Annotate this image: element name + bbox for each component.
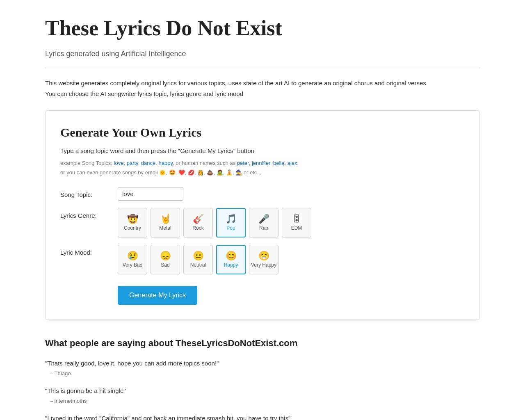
pop-icon: 🎵 [226,215,237,224]
intro-line1: This website generates completely origin… [45,80,426,87]
lyrics-genre-row: Lyrics Genre: 🤠 Country 🤘 Metal 🎸 Rock 🎵… [60,208,465,237]
intro-line2: You can choose the AI songwriter lyrics … [45,90,243,97]
testimonial-2-author: – internetmoths [50,397,480,405]
generator-box: Generate Your Own Lyrics Type a song top… [45,110,480,320]
testimonial-1-quote: "Thats really good, love it, hope you ca… [45,359,480,368]
mood-very-happy-label: Very Happy [251,262,276,268]
example-topics-text: example Song Topics: love, party, dance,… [60,158,465,178]
example-emoji-text: or you can even generate songs by emoji … [60,169,261,176]
example-dance[interactable]: dance [141,160,155,166]
genre-metal-label: Metal [159,225,171,231]
mood-very-bad[interactable]: 😢 Very Bad [118,245,147,274]
testimonial-1: "Thats really good, love it, hope you ca… [45,359,480,377]
song-topic-label: Song Topic: [60,187,118,200]
testimonial-2-quote: "This is gonna be a hit single" [45,386,480,396]
intro-text: This website generates completely origin… [45,78,480,99]
testimonials-title: What people are saying about TheseLyrics… [45,336,480,350]
generator-instructions: Type a song topic word and then press th… [60,146,465,156]
generate-button[interactable]: Generate My Lyrics [118,286,197,305]
song-topic-input[interactable] [118,187,183,201]
example-love[interactable]: love [114,160,124,166]
sad-icon: 😞 [160,251,171,260]
example-prefix: example Song Topics: [60,160,112,166]
example-party[interactable]: party [127,160,138,166]
mood-happy[interactable]: 😊 Happy [216,245,246,274]
site-subtitle: Lyrics generated using Artificial Intell… [45,48,480,59]
neutral-icon: 😐 [193,251,204,260]
very-happy-icon: 😁 [258,251,269,260]
header-divider [45,68,480,68]
mood-very-happy[interactable]: 😁 Very Happy [249,245,278,274]
mood-options: 😢 Very Bad 😞 Sad 😐 Neutral 😊 Happy 😁 [118,245,278,274]
rock-icon: 🎸 [193,215,204,224]
testimonial-2: "This is gonna be a hit single" – intern… [45,386,480,405]
genre-metal[interactable]: 🤘 Metal [151,208,180,237]
mood-neutral-label: Neutral [190,262,206,268]
genre-options: 🤠 Country 🤘 Metal 🎸 Rock 🎵 Pop 🎤 [118,208,311,237]
example-happy[interactable]: happy [159,160,173,166]
genre-edm-label: EDM [291,225,302,231]
example-jennifier[interactable]: jennifier [252,160,270,166]
mood-happy-label: Happy [224,262,238,268]
lyric-mood-label: Lyric Mood: [60,245,118,258]
mood-very-bad-label: Very Bad [123,262,143,268]
genre-rap[interactable]: 🎤 Rap [249,208,278,237]
genre-edm[interactable]: 🎛 EDM [282,208,311,237]
example-alex[interactable]: alex [288,160,297,166]
genre-rock[interactable]: 🎸 Rock [183,208,213,237]
happy-icon: 😊 [226,251,237,260]
generator-title: Generate Your Own Lyrics [60,123,465,142]
song-topic-row: Song Topic: [60,187,465,201]
genre-pop-label: Pop [226,225,235,231]
country-icon: 🤠 [127,215,138,224]
lyric-mood-row: Lyric Mood: 😢 Very Bad 😞 Sad 😐 Neutral 😊… [60,245,465,274]
genre-pop[interactable]: 🎵 Pop [216,208,246,237]
site-title: These Lyrics Do Not Exist [45,12,480,44]
testimonial-3-quote: "I typed in the word "California" and go… [45,414,480,420]
rap-icon: 🎤 [258,215,269,224]
testimonials-section: What people are saying about TheseLyrics… [45,336,480,420]
example-peter[interactable]: peter [237,160,249,166]
metal-icon: 🤘 [160,215,171,224]
mood-sad[interactable]: 😞 Sad [151,245,180,274]
genre-country-label: Country [124,225,141,231]
mood-sad-label: Sad [161,262,169,268]
page-container: These Lyrics Do Not Exist Lyrics generat… [37,0,488,420]
very-bad-icon: 😢 [127,251,138,260]
genre-rock-label: Rock [192,225,203,231]
lyrics-genre-label: Lyrics Genre: [60,208,118,221]
genre-country[interactable]: 🤠 Country [118,208,147,237]
edm-icon: 🎛 [292,215,301,224]
testimonial-1-author: – Thiago [50,370,480,378]
testimonial-3: "I typed in the word "California" and go… [45,414,480,420]
mood-neutral[interactable]: 😐 Neutral [183,245,213,274]
genre-rap-label: Rap [259,225,268,231]
example-bella[interactable]: bella [273,160,284,166]
